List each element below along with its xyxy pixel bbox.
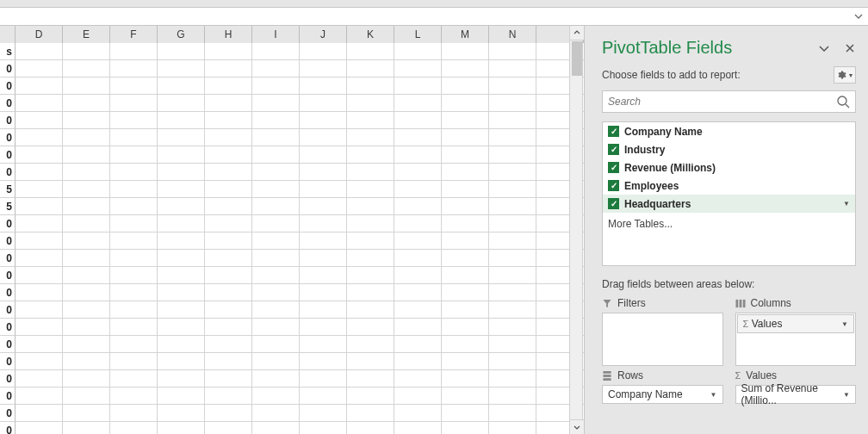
checkbox-icon[interactable]: ✓ — [608, 198, 619, 209]
cell[interactable] — [347, 78, 394, 95]
cell[interactable] — [300, 164, 347, 181]
cell[interactable] — [347, 422, 394, 434]
cell[interactable] — [394, 405, 442, 422]
cell[interactable] — [205, 78, 252, 95]
cell[interactable] — [489, 301, 536, 319]
cell[interactable]: 0 — [0, 370, 16, 388]
cell[interactable] — [252, 60, 300, 78]
cell[interactable] — [158, 284, 205, 301]
cell[interactable]: 0 — [0, 353, 16, 370]
cell[interactable] — [300, 250, 347, 267]
cell[interactable] — [442, 353, 489, 370]
cell[interactable]: 0 — [0, 164, 16, 181]
cell[interactable] — [16, 370, 63, 388]
cell[interactable] — [252, 78, 300, 95]
cell[interactable] — [347, 43, 394, 60]
cell[interactable] — [347, 353, 394, 370]
cell[interactable]: 0 — [0, 388, 16, 405]
cell[interactable] — [158, 250, 205, 267]
cell[interactable] — [489, 129, 536, 146]
cell[interactable] — [394, 301, 442, 319]
cell[interactable]: 0 — [0, 250, 16, 267]
cell[interactable] — [158, 60, 205, 78]
cell[interactable] — [110, 370, 158, 388]
cell[interactable] — [442, 129, 489, 146]
cell[interactable] — [300, 267, 347, 284]
cell[interactable] — [300, 95, 347, 112]
scroll-up-button[interactable] — [570, 26, 584, 40]
cell[interactable] — [110, 422, 158, 434]
cell[interactable] — [347, 267, 394, 284]
checkbox-icon[interactable]: ✓ — [608, 126, 619, 137]
cell[interactable] — [442, 78, 489, 95]
filters-drop-area[interactable] — [602, 313, 723, 366]
cell[interactable] — [205, 129, 252, 146]
cell[interactable] — [394, 78, 442, 95]
cell[interactable] — [347, 112, 394, 129]
rows-item-company-name[interactable]: Company Name ▼ — [602, 385, 723, 404]
cell[interactable] — [347, 215, 394, 232]
cell[interactable] — [442, 388, 489, 405]
cell[interactable] — [158, 112, 205, 129]
cell[interactable] — [110, 215, 158, 232]
cell[interactable] — [63, 336, 110, 353]
cell[interactable] — [16, 336, 63, 353]
cell[interactable] — [63, 301, 110, 319]
cell[interactable] — [16, 388, 63, 405]
cell[interactable] — [16, 129, 63, 146]
cell[interactable] — [110, 78, 158, 95]
cell[interactable] — [205, 319, 252, 336]
field-item-industry[interactable]: ✓Industry — [603, 140, 855, 158]
cell[interactable] — [16, 164, 63, 181]
cell[interactable] — [489, 78, 536, 95]
cell[interactable] — [16, 301, 63, 319]
cell[interactable] — [16, 250, 63, 267]
cell[interactable] — [110, 388, 158, 405]
cell[interactable] — [442, 422, 489, 434]
cell[interactable] — [158, 78, 205, 95]
cell[interactable] — [63, 284, 110, 301]
cell[interactable] — [63, 129, 110, 146]
cell[interactable] — [347, 336, 394, 353]
cell[interactable] — [16, 232, 63, 250]
cell[interactable] — [16, 95, 63, 112]
cell[interactable] — [205, 370, 252, 388]
cell[interactable] — [394, 198, 442, 215]
cell[interactable] — [110, 164, 158, 181]
column-header-L[interactable]: L — [394, 26, 442, 43]
cell[interactable] — [347, 60, 394, 78]
cell[interactable] — [347, 146, 394, 164]
cell[interactable] — [300, 336, 347, 353]
cell[interactable] — [63, 198, 110, 215]
cell[interactable] — [205, 388, 252, 405]
cell[interactable]: 0 — [0, 232, 16, 250]
cell[interactable] — [205, 215, 252, 232]
cell[interactable] — [63, 319, 110, 336]
cell[interactable] — [205, 164, 252, 181]
cell[interactable] — [347, 198, 394, 215]
cell[interactable] — [394, 336, 442, 353]
cell[interactable] — [16, 60, 63, 78]
cell[interactable] — [442, 95, 489, 112]
cell[interactable] — [394, 43, 442, 60]
cell[interactable] — [394, 370, 442, 388]
panel-collapse-icon[interactable] — [818, 42, 830, 54]
cell[interactable] — [300, 112, 347, 129]
cell[interactable] — [442, 112, 489, 129]
cell[interactable] — [252, 112, 300, 129]
cell[interactable] — [300, 43, 347, 60]
cell[interactable] — [205, 232, 252, 250]
cell[interactable] — [110, 181, 158, 198]
cell[interactable] — [252, 95, 300, 112]
cell[interactable] — [158, 370, 205, 388]
cell[interactable] — [489, 95, 536, 112]
column-header-E[interactable]: E — [63, 26, 110, 43]
cell[interactable] — [16, 405, 63, 422]
cell[interactable] — [300, 284, 347, 301]
cell[interactable] — [110, 319, 158, 336]
cell[interactable] — [158, 319, 205, 336]
cell[interactable] — [63, 232, 110, 250]
cell[interactable] — [63, 43, 110, 60]
cell[interactable] — [110, 232, 158, 250]
cell[interactable] — [205, 146, 252, 164]
